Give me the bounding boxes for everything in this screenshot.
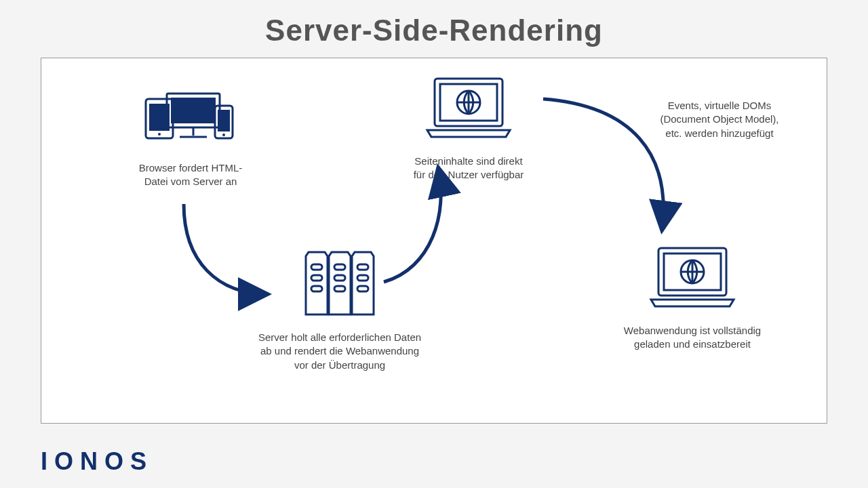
flow-arrows — [41, 58, 828, 424]
page-title: Server-Side-Rendering — [0, 0, 868, 47]
brand-logo: IONOS — [41, 447, 153, 476]
diagram-frame: Browser fordert HTML-Datei vom Server an… — [41, 58, 827, 424]
